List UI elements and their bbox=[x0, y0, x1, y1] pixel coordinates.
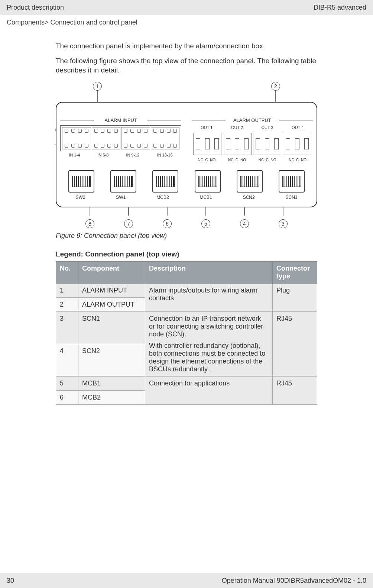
callout-1: 1 bbox=[93, 82, 102, 91]
minus-label: - bbox=[54, 142, 56, 148]
rj45-label-mcb2: MCB2 bbox=[156, 195, 169, 200]
rj45-label-scn2: SCN2 bbox=[243, 195, 255, 200]
rj45-label-sw1: SW1 bbox=[116, 195, 126, 200]
out-label-1: OUT 1 bbox=[201, 125, 213, 130]
header-left: Product description bbox=[7, 4, 64, 12]
callout-6: 6 bbox=[163, 219, 172, 228]
breadcrumb: Components> Connection and control panel bbox=[0, 15, 373, 30]
th-component: Component bbox=[78, 261, 145, 283]
rj45-label-sw2: SW2 bbox=[75, 195, 85, 200]
alarm-output-section: ALARM OUTPUT OUT 1 OUT 2 OUT 3 OUT 4 bbox=[192, 117, 313, 162]
intro-para-1: The connection panel is implemented by t… bbox=[56, 41, 317, 51]
table-row: 5 MCB1 Connection for applications RJ45 bbox=[56, 376, 317, 390]
page-number: 30 bbox=[7, 577, 14, 585]
rj45-label-scn1: SCN1 bbox=[286, 195, 298, 200]
th-no: No. bbox=[56, 261, 78, 283]
alarm-input-title: ALARM INPUT bbox=[60, 117, 181, 123]
table-row: 1 ALARM INPUT Alarm inputs/outputs for w… bbox=[56, 283, 317, 297]
port-scn2 bbox=[237, 170, 263, 193]
out-label-4: OUT 4 bbox=[292, 125, 304, 130]
in-label-2: IN 5-8 bbox=[98, 153, 109, 157]
table-row: 3 SCN1 Connection to an IP transport net… bbox=[56, 311, 317, 344]
alarm-input-section: ALARM INPUT + - IN 1-4 IN 5-8 bbox=[60, 117, 181, 162]
callout-4: 4 bbox=[240, 219, 249, 228]
callout-7: 7 bbox=[124, 219, 133, 228]
out-label-3: OUT 3 bbox=[261, 125, 273, 130]
rj45-label-mcb1: MCB1 bbox=[200, 195, 212, 200]
figure-caption: Figure 9: Connection panel (top view) bbox=[56, 232, 317, 240]
header-right: DIB-R5 advanced bbox=[314, 4, 366, 12]
in-label-1: IN 1-4 bbox=[69, 153, 80, 157]
port-mcb1 bbox=[195, 170, 221, 193]
callout-5: 5 bbox=[201, 219, 210, 228]
manual-id: Operation Manual 90DIBR5advancedOM02 - 1… bbox=[222, 577, 366, 585]
th-connector: Connector type bbox=[273, 261, 317, 283]
legend-table: No. Component Description Connector type… bbox=[56, 261, 317, 405]
callout-8: 8 bbox=[85, 219, 94, 228]
legend-title: Legend: Connection panel (top view) bbox=[56, 250, 317, 258]
page-footer: 30 Operation Manual 90DIBR5advancedOM02 … bbox=[0, 573, 373, 588]
callout-3: 3 bbox=[279, 219, 288, 228]
callout-2: 2 bbox=[271, 82, 280, 91]
in-label-3: IN 9-12 bbox=[126, 153, 140, 157]
port-sw2 bbox=[68, 170, 94, 193]
figure-connection-panel: 1 2 ALARM INPUT + - bbox=[56, 82, 317, 240]
port-mcb2 bbox=[152, 170, 178, 193]
page-header: Product description DIB-R5 advanced bbox=[0, 0, 373, 15]
alarm-output-title: ALARM OUTPUT bbox=[192, 117, 313, 123]
intro-para-2: The following figure shows the top view … bbox=[56, 56, 317, 75]
port-sw1 bbox=[110, 170, 136, 193]
th-description: Description bbox=[145, 261, 273, 283]
plus-label: + bbox=[54, 127, 57, 133]
in-label-4: IN 13-16 bbox=[157, 153, 173, 157]
out-label-2: OUT 2 bbox=[231, 125, 243, 130]
port-scn1 bbox=[279, 170, 305, 193]
